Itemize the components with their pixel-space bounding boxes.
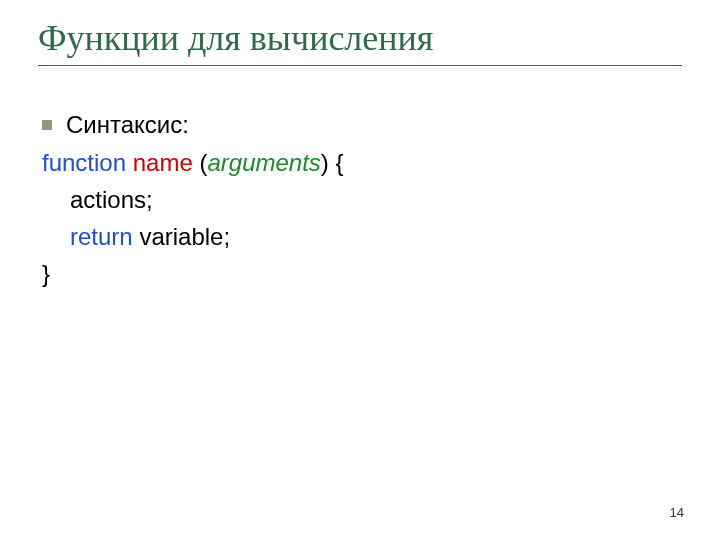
bullet-item: Синтаксис:	[42, 106, 682, 143]
keyword-arguments: arguments	[207, 149, 320, 176]
bullet-label: Синтаксис:	[66, 106, 189, 143]
keyword-function: function	[42, 149, 126, 176]
title-underline	[38, 65, 682, 66]
keyword-return: return	[70, 223, 133, 250]
brace-open: {	[336, 149, 344, 176]
paren-close: )	[321, 149, 329, 176]
code-actions: actions;	[70, 186, 153, 213]
page-number: 14	[670, 505, 684, 520]
code-line-1: function name (arguments) {	[42, 144, 682, 181]
code-line-2: actions;	[42, 181, 682, 218]
code-variable: variable;	[139, 223, 230, 250]
slide: Функции для вычисления Синтаксис: functi…	[0, 0, 720, 540]
slide-title: Функции для вычисления	[38, 18, 682, 59]
code-line-4: }	[42, 255, 682, 292]
square-bullet-icon	[42, 120, 52, 130]
brace-close: }	[42, 260, 50, 287]
slide-body: Синтаксис: function name (arguments) { a…	[42, 106, 682, 292]
code-line-3: return variable;	[42, 218, 682, 255]
keyword-name: name	[133, 149, 193, 176]
